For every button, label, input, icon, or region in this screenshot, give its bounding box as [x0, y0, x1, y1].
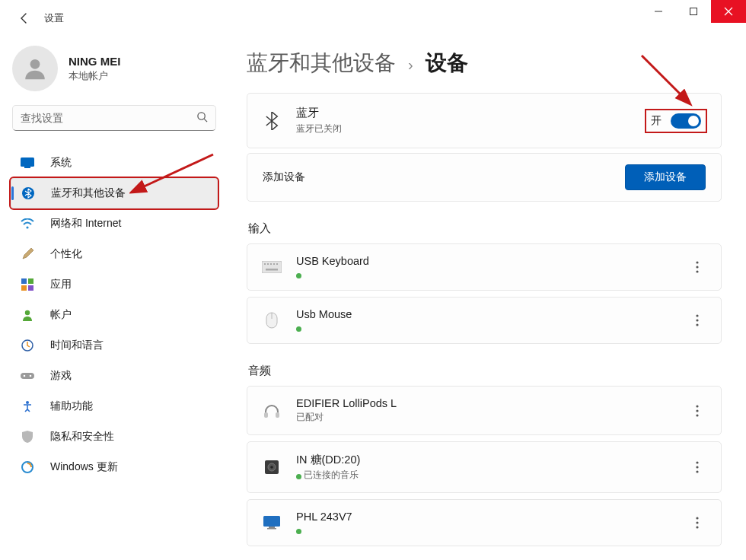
- svg-point-18: [24, 375, 26, 377]
- bluetooth-toggle-area: 开: [646, 110, 706, 132]
- sidebar-item-label: 网络和 Internet: [50, 217, 121, 231]
- breadcrumb-parent[interactable]: 蓝牙和其他设备: [247, 49, 396, 78]
- svg-point-40: [696, 409, 698, 412]
- status-dot-online: [296, 529, 301, 534]
- svg-rect-14: [28, 285, 33, 291]
- sidebar-item-accessibility[interactable]: 辅助功能: [11, 391, 218, 422]
- sidebar-item-label: 辅助功能: [50, 399, 93, 413]
- svg-point-39: [696, 405, 698, 407]
- svg-point-41: [696, 414, 698, 416]
- svg-rect-38: [276, 412, 279, 418]
- status-dot-online: [296, 326, 301, 332]
- svg-rect-1: [690, 8, 697, 15]
- bluetooth-card: 蓝牙 蓝牙已关闭 开: [247, 93, 722, 148]
- brush-icon: [20, 247, 35, 262]
- sidebar-item-label: 蓝牙和其他设备: [51, 186, 126, 200]
- svg-rect-13: [21, 285, 27, 291]
- search-icon: [196, 111, 208, 125]
- bluetooth-sub: 蓝牙已关闭: [296, 123, 646, 135]
- svg-point-5: [198, 113, 205, 119]
- accessibility-icon: [20, 399, 35, 414]
- sidebar-item-windows-update[interactable]: Windows 更新: [11, 452, 218, 482]
- device-name: Usb Mouse: [296, 308, 689, 320]
- device-name: USB Keyboard: [296, 255, 689, 267]
- svg-point-47: [696, 470, 698, 473]
- sidebar-item-gaming[interactable]: 游戏: [11, 361, 218, 391]
- svg-rect-48: [263, 516, 280, 527]
- update-icon: [20, 460, 35, 475]
- svg-point-4: [30, 59, 40, 69]
- svg-point-29: [696, 261, 698, 263]
- person-icon: [20, 307, 35, 323]
- window-title: 设置: [44, 11, 64, 25]
- section-label-input: 输入: [248, 221, 722, 236]
- device-name: PHL 243V7: [296, 511, 689, 523]
- device-status: 已配对: [296, 411, 689, 424]
- chevron-right-icon: ›: [408, 56, 413, 74]
- svg-rect-7: [21, 158, 34, 167]
- breadcrumb-current: 设备: [426, 49, 468, 78]
- profile-sub: 本地帐户: [69, 69, 120, 83]
- breadcrumb: 蓝牙和其他设备 › 设备: [247, 49, 722, 78]
- sidebar-item-time-language[interactable]: 时间和语言: [11, 330, 218, 361]
- mouse-icon: [261, 310, 282, 331]
- more-options-button[interactable]: [689, 399, 706, 423]
- sidebar-item-accounts[interactable]: 帐户: [11, 300, 218, 330]
- device-row-keyboard[interactable]: USB Keyboard: [247, 243, 722, 291]
- bluetooth-title: 蓝牙: [296, 106, 646, 120]
- search-box[interactable]: [12, 105, 216, 131]
- sidebar-item-personalization[interactable]: 个性化: [11, 239, 218, 269]
- device-row-speaker[interactable]: IN 糖(DD:20) 已连接的音乐: [247, 441, 722, 493]
- display-icon: [20, 155, 35, 170]
- sidebar-item-apps[interactable]: 应用: [11, 269, 218, 300]
- more-options-button[interactable]: [689, 308, 706, 332]
- bluetooth-icon: [261, 112, 282, 130]
- svg-rect-8: [24, 167, 30, 168]
- svg-rect-11: [21, 278, 27, 284]
- svg-rect-22: [262, 261, 282, 273]
- svg-point-45: [696, 461, 698, 463]
- status-dot-online: [296, 273, 301, 278]
- profile-block[interactable]: NING MEI 本地帐户: [12, 46, 219, 91]
- sidebar-item-label: 个性化: [50, 247, 82, 261]
- svg-line-6: [204, 119, 207, 122]
- maximize-button[interactable]: [676, 0, 711, 23]
- device-row-monitor[interactable]: PHL 243V7: [247, 499, 722, 546]
- svg-point-35: [696, 319, 698, 321]
- svg-rect-49: [269, 527, 275, 528]
- section-label-audio: 音频: [248, 364, 722, 378]
- wifi-icon: [20, 216, 35, 231]
- svg-rect-50: [267, 528, 276, 530]
- device-row-mouse[interactable]: Usb Mouse: [247, 297, 722, 344]
- search-input[interactable]: [21, 112, 196, 124]
- add-device-row: 添加设备 添加设备: [247, 153, 722, 202]
- svg-point-15: [25, 310, 30, 315]
- sidebar-item-bluetooth-devices[interactable]: 蓝牙和其他设备: [11, 178, 218, 208]
- bluetooth-toggle[interactable]: [671, 113, 701, 129]
- status-dot-online: [296, 474, 301, 479]
- gamepad-icon: [20, 368, 35, 383]
- minimize-button[interactable]: [641, 0, 676, 23]
- sidebar-item-label: 游戏: [50, 369, 72, 383]
- sidebar-item-label: 时间和语言: [50, 339, 104, 352]
- device-row-headphones[interactable]: EDIFIER LolliPods L 已配对: [247, 386, 722, 435]
- sidebar-item-label: 系统: [50, 156, 72, 170]
- more-options-button[interactable]: [689, 455, 706, 479]
- more-options-button[interactable]: [689, 511, 706, 535]
- more-options-button[interactable]: [689, 255, 706, 279]
- svg-point-19: [30, 375, 32, 377]
- back-button[interactable]: [12, 6, 37, 30]
- monitor-icon: [261, 512, 282, 533]
- close-button[interactable]: [711, 0, 746, 23]
- svg-point-36: [696, 323, 698, 326]
- speaker-icon: [261, 457, 282, 478]
- sidebar-item-privacy-security[interactable]: 隐私和安全性: [11, 422, 218, 452]
- add-device-button[interactable]: 添加设备: [625, 164, 706, 190]
- svg-rect-37: [264, 412, 268, 418]
- sidebar-item-network[interactable]: 网络和 Internet: [11, 208, 218, 239]
- sidebar: NING MEI 本地帐户 系统 蓝牙和其他设备: [0, 37, 228, 560]
- svg-rect-12: [28, 278, 33, 284]
- globe-clock-icon: [20, 338, 35, 353]
- svg-point-20: [26, 401, 29, 404]
- sidebar-item-system[interactable]: 系统: [11, 148, 218, 178]
